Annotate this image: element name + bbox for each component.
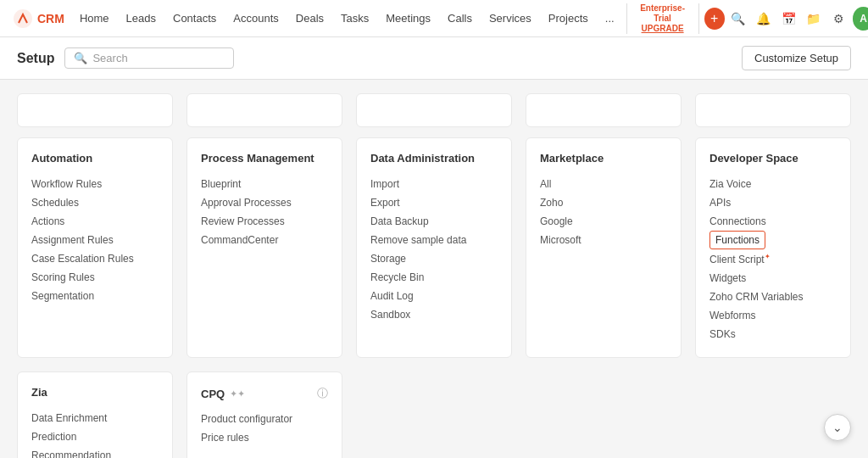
actions-link[interactable]: Actions: [31, 212, 159, 231]
nav-leads[interactable]: Leads: [118, 0, 164, 37]
case-escalation-link[interactable]: Case Escalation Rules: [31, 249, 159, 268]
export-link[interactable]: Export: [370, 193, 498, 212]
nav-tasks[interactable]: Tasks: [332, 0, 377, 37]
enterprise-badge: Enterprise-Trial UPGRADE: [626, 3, 699, 34]
logo[interactable]: CRM: [7, 9, 71, 28]
scroll-down-button[interactable]: ⌄: [824, 414, 851, 441]
cpq-card: CPQ ✦✦ ⓘ Product configurator Price rule…: [186, 371, 342, 458]
avatar[interactable]: A: [853, 7, 868, 31]
partial-cards-row: [17, 93, 851, 127]
nav-meetings[interactable]: Meetings: [377, 0, 439, 37]
widgets-link[interactable]: Widgets: [709, 269, 837, 288]
zia-title: Zia: [31, 386, 159, 399]
nav-contacts[interactable]: Contacts: [164, 0, 225, 37]
process-management-card: Process Management Blueprint Approval Pr…: [186, 137, 342, 358]
marketplace-google-link[interactable]: Google: [540, 212, 667, 231]
partial-card-5: [695, 93, 851, 127]
webforms-link[interactable]: Webforms: [709, 306, 837, 325]
review-processes-link[interactable]: Review Processes: [201, 212, 328, 231]
cpq-title-row: CPQ ✦✦: [201, 388, 245, 400]
nav-more[interactable]: ...: [597, 0, 623, 37]
search-button[interactable]: 🔍: [726, 6, 750, 31]
partial-card-4: [526, 93, 682, 127]
product-configurator-link[interactable]: Product configurator: [201, 410, 328, 428]
logo-text: CRM: [37, 12, 64, 25]
cpq-icon: ✦✦: [230, 388, 245, 399]
marketplace-zoho-link[interactable]: Zoho: [540, 193, 667, 212]
nav-projects[interactable]: Projects: [540, 0, 597, 37]
audit-log-link[interactable]: Audit Log: [370, 287, 498, 305]
functions-link[interactable]: Functions: [709, 231, 765, 249]
import-link[interactable]: Import: [370, 175, 498, 193]
partial-card-3: [356, 93, 512, 127]
process-management-title: Process Management: [201, 152, 328, 165]
apis-link[interactable]: APIs: [709, 193, 837, 212]
data-backup-link[interactable]: Data Backup: [370, 212, 498, 231]
data-administration-title: Data Administration: [370, 152, 498, 165]
nav-calls[interactable]: Calls: [439, 0, 481, 37]
marketplace-card: Marketplace All Zoho Google Microsoft: [526, 137, 682, 358]
partial-card-2: [186, 93, 342, 127]
automation-title: Automation: [31, 152, 159, 165]
zoho-crm-variables-link[interactable]: Zoho CRM Variables: [709, 288, 837, 306]
add-button[interactable]: +: [704, 8, 725, 30]
automation-card: Automation Workflow Rules Schedules Acti…: [17, 137, 173, 358]
nav-deals[interactable]: Deals: [287, 0, 332, 37]
search-icon: 🔍: [74, 52, 87, 64]
remove-sample-data-link[interactable]: Remove sample data: [370, 231, 498, 249]
client-script-link[interactable]: Client Script✦: [709, 249, 837, 269]
main-content: Automation Workflow Rules Schedules Acti…: [0, 80, 868, 458]
nav-home[interactable]: Home: [71, 0, 118, 37]
developer-space-card: Developer Space Zia Voice APIs Connectio…: [695, 137, 851, 358]
approval-processes-link[interactable]: Approval Processes: [201, 193, 328, 212]
blueprint-link[interactable]: Blueprint: [201, 175, 328, 193]
nav-services[interactable]: Services: [481, 0, 540, 37]
setup-header: Setup 🔍 Customize Setup: [0, 37, 868, 80]
scoring-rules-link[interactable]: Scoring Rules: [31, 268, 159, 287]
svg-point-0: [14, 9, 32, 28]
data-administration-card: Data Administration Import Export Data B…: [356, 137, 512, 358]
cpq-header: CPQ ✦✦ ⓘ: [201, 386, 328, 401]
settings-button[interactable]: ⚙: [827, 6, 851, 31]
cpq-title: CPQ: [201, 388, 225, 400]
workflow-rules-link[interactable]: Workflow Rules: [31, 175, 159, 193]
calendar-button[interactable]: 📅: [776, 6, 800, 31]
prediction-link[interactable]: Prediction: [31, 427, 159, 446]
bottom-cards-grid: Zia Data Enrichment Prediction Recommend…: [17, 371, 851, 458]
sandbox-link[interactable]: Sandbox: [370, 305, 498, 324]
main-cards-grid: Automation Workflow Rules Schedules Acti…: [17, 137, 851, 358]
marketplace-all-link[interactable]: All: [540, 175, 667, 193]
data-enrichment-link[interactable]: Data Enrichment: [31, 409, 159, 427]
nav-accounts[interactable]: Accounts: [225, 0, 287, 37]
setup-title: Setup: [17, 51, 54, 66]
storage-link[interactable]: Storage: [370, 249, 498, 268]
assignment-rules-link[interactable]: Assignment Rules: [31, 231, 159, 249]
developer-space-title: Developer Space: [709, 152, 837, 165]
commandcenter-link[interactable]: CommandCenter: [201, 231, 328, 249]
segmentation-link[interactable]: Segmentation: [31, 287, 159, 305]
inbox-button[interactable]: 📁: [802, 6, 826, 31]
recycle-bin-link[interactable]: Recycle Bin: [370, 268, 498, 287]
top-navigation: CRM Home Leads Contacts Accounts Deals T…: [0, 0, 868, 37]
sdks-link[interactable]: SDKs: [709, 325, 837, 344]
notifications-button[interactable]: 🔔: [751, 6, 775, 31]
connections-link[interactable]: Connections: [709, 212, 837, 231]
customize-setup-button[interactable]: Customize Setup: [742, 46, 851, 70]
setup-search-box[interactable]: 🔍: [64, 47, 234, 69]
price-rules-link[interactable]: Price rules: [201, 428, 328, 447]
marketplace-title: Marketplace: [540, 152, 667, 165]
search-input[interactable]: [92, 52, 225, 64]
marketplace-microsoft-link[interactable]: Microsoft: [540, 231, 667, 249]
cpq-info-icon[interactable]: ⓘ: [317, 386, 328, 401]
zia-card: Zia Data Enrichment Prediction Recommend…: [17, 371, 173, 458]
nav-right: Enterprise-Trial UPGRADE + 🔍 🔔 📅 📁 ⚙ A: [623, 3, 868, 34]
nav-items: Home Leads Contacts Accounts Deals Tasks…: [71, 0, 623, 37]
recommendation-link[interactable]: Recommendation: [31, 446, 159, 458]
zia-voice-link[interactable]: Zia Voice: [709, 175, 837, 193]
new-badge: ✦: [765, 253, 771, 260]
partial-card-1: [17, 93, 173, 127]
schedules-link[interactable]: Schedules: [31, 193, 159, 212]
